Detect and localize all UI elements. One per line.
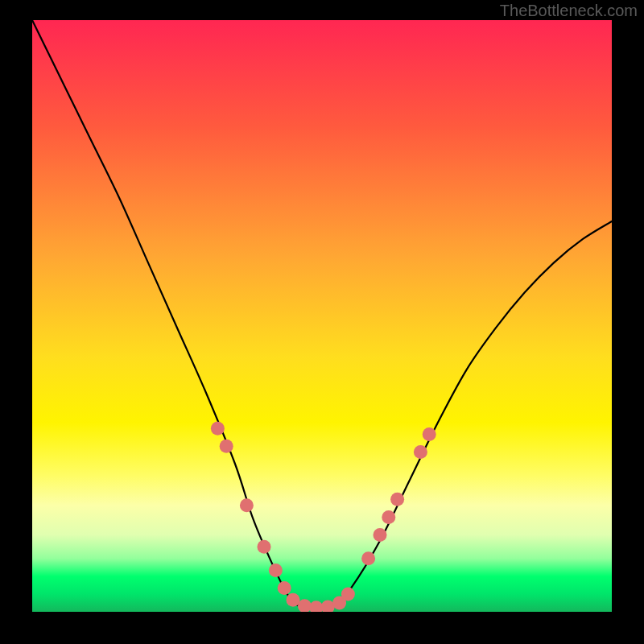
- marker-group: [211, 422, 436, 612]
- curve-marker: [211, 422, 225, 436]
- watermark-label: TheBottleneck.com: [500, 2, 638, 20]
- curve-marker: [240, 498, 254, 512]
- curve-svg: [32, 20, 612, 612]
- curve-marker: [390, 493, 404, 506]
- curve-marker: [361, 551, 375, 565]
- plot-area: [32, 20, 612, 612]
- curve-marker: [341, 587, 355, 601]
- curve-marker: [374, 528, 387, 542]
- curve-marker: [269, 564, 283, 577]
- curve-marker: [258, 540, 271, 554]
- curve-marker: [278, 581, 291, 595]
- curve-marker: [414, 445, 427, 459]
- chart-frame: TheBottleneck.com: [0, 0, 644, 644]
- curve-marker: [423, 427, 436, 441]
- bottleneck-curve-path: [32, 20, 612, 609]
- curve-marker: [287, 593, 300, 607]
- curve-marker: [321, 601, 335, 612]
- curve-marker: [298, 599, 312, 612]
- curve-marker: [220, 440, 233, 453]
- curve-marker: [309, 601, 323, 612]
- curve-marker: [382, 510, 395, 524]
